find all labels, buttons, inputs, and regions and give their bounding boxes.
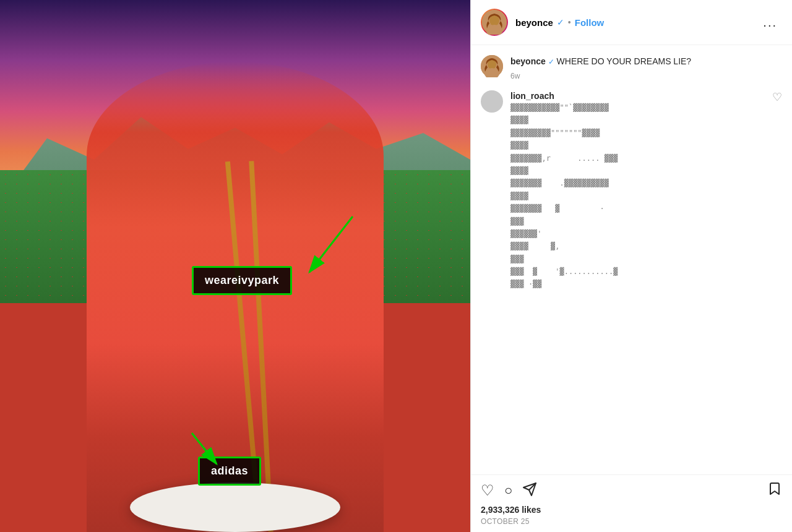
caption-timestamp: 6w: [510, 72, 782, 80]
comment-avatar[interactable]: [481, 90, 503, 113]
caption-verified: ✓: [548, 58, 554, 66]
more-options-button[interactable]: ...: [758, 13, 782, 32]
photo-panel: weareivypark adidas: [0, 0, 470, 532]
like-button[interactable]: ♡: [481, 482, 494, 499]
caption-username[interactable]: beyonce: [510, 56, 546, 66]
caption-body: beyonce ✓ WHERE DO YOUR DREAMS LIE? 6w: [510, 55, 782, 80]
header-avatar: [482, 10, 507, 35]
comment-text: ▓▓▓▓▓▓▓▓▓▓▓""`▓▓▓▓▓▓▓▓ ▓▓▓▓ ▓▓▓▓▓▓▓▓▓"""…: [510, 101, 765, 291]
follow-button[interactable]: Follow: [575, 17, 605, 28]
post-date: OCTOBER 25: [481, 517, 782, 526]
comments-section: lion_roach ▓▓▓▓▓▓▓▓▓▓▓""`▓▓▓▓▓▓▓▓ ▓▓▓▓ ▓…: [481, 90, 782, 291]
comment-body: lion_roach ▓▓▓▓▓▓▓▓▓▓▓""`▓▓▓▓▓▓▓▓ ▓▓▓▓ ▓…: [510, 90, 765, 291]
caption-section: beyonce ✓ WHERE DO YOUR DREAMS LIE? 6w: [481, 55, 782, 80]
header-avatar-wrapper[interactable]: [481, 9, 508, 36]
actions-bar: ♡ ○ 2,933,326 likes OCTOBER 25: [471, 474, 792, 532]
header-info: beyonce ✓ • Follow: [515, 17, 758, 28]
adidas-label: adidas: [198, 457, 261, 486]
comment-button[interactable]: ○: [504, 483, 512, 499]
comment-username[interactable]: lion_roach: [510, 91, 554, 101]
weareivypark-label: weareivypark: [192, 266, 292, 295]
bookmark-button[interactable]: [767, 481, 782, 500]
caption-avatar-image: [481, 55, 503, 77]
comment-like-button[interactable]: ♡: [772, 90, 782, 291]
header-verified-badge: ✓: [557, 17, 564, 27]
header-username: beyonce: [515, 17, 553, 28]
white-platform: [130, 483, 340, 532]
avatar-image: [482, 10, 507, 35]
likes-count: 2,933,326 likes: [481, 505, 782, 515]
post-content: beyonce ✓ WHERE DO YOUR DREAMS LIE? 6w l…: [471, 45, 792, 474]
caption-text: beyonce ✓ WHERE DO YOUR DREAMS LIE?: [510, 55, 782, 68]
action-icons-row: ♡ ○: [481, 481, 782, 500]
username-row: beyonce ✓ • Follow: [515, 17, 758, 28]
comment-item: lion_roach ▓▓▓▓▓▓▓▓▓▓▓""`▓▓▓▓▓▓▓▓ ▓▓▓▓ ▓…: [481, 90, 782, 291]
share-button[interactable]: [522, 482, 537, 500]
post-header: beyonce ✓ • Follow ...: [471, 0, 792, 45]
post-detail-panel: beyonce ✓ • Follow ...: [470, 0, 792, 532]
caption-content: WHERE DO YOUR DREAMS LIE?: [557, 56, 692, 66]
caption-avatar[interactable]: [481, 55, 503, 77]
dot-separator: •: [568, 17, 571, 27]
